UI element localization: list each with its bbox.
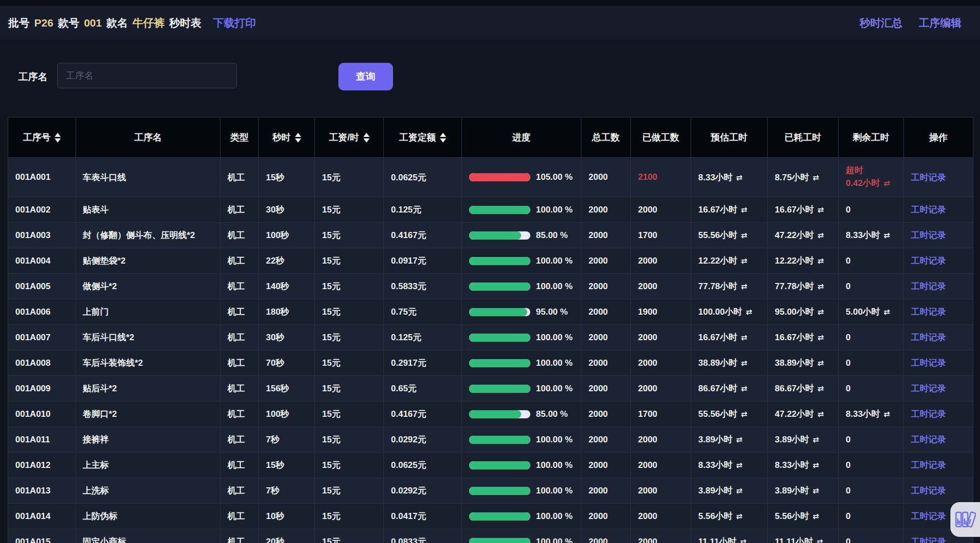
column-label: 秒时 [273,131,291,144]
cell-est: 86.67小时⇄ [691,376,768,402]
exchange-icon[interactable]: ⇄ [736,486,743,495]
cell-done: 2000 [631,274,691,299]
exchange-icon[interactable]: ⇄ [740,537,747,543]
exchange-icon[interactable]: ⇄ [818,282,824,291]
work-record-link[interactable]: 工时记录 [911,435,946,444]
exchange-icon[interactable]: ⇄ [736,461,743,470]
exchange-icon[interactable]: ⇄ [736,512,743,521]
work-record-link[interactable]: 工时记录 [911,358,946,368]
exchange-icon[interactable]: ⇄ [884,308,890,317]
cell-seconds: 70秒 [259,350,315,376]
cell-remain: 0 [839,350,904,376]
exchange-icon[interactable]: ⇄ [884,178,890,189]
progress-bar [469,359,530,367]
work-record-link[interactable]: 工时记录 [911,307,946,317]
exchange-icon[interactable]: ⇄ [818,410,824,419]
work-record-link[interactable]: 工时记录 [911,333,946,342]
work-record-link[interactable]: 工时记录 [911,281,946,291]
cell-used: 95.00小时⇄ [768,299,839,325]
process-name-input[interactable] [57,63,237,88]
table-row: 001A013上洗标机工7秒15元0.0292元100.00 %20002000… [8,478,973,504]
exchange-icon[interactable]: ⇄ [818,256,824,266]
cell-name: 上主标 [76,453,220,478]
exchange-icon[interactable]: ⇄ [741,359,748,368]
cell-remain: 0 [839,274,904,299]
batch-label: 批号 [8,16,30,30]
cell-quota: 0.75元 [384,299,462,325]
exchange-icon[interactable]: ⇄ [818,384,824,393]
exchange-icon[interactable]: ⇄ [813,512,819,521]
exchange-icon[interactable]: ⇄ [741,231,748,240]
work-record-link[interactable]: 工时记录 [911,230,946,240]
cell-est: 8.33小时⇄ [691,158,768,197]
work-record-link[interactable]: 工时记录 [911,511,946,521]
exchange-icon[interactable]: ⇄ [741,256,748,266]
cell-wage: 15元 [315,376,384,402]
column-header-id[interactable]: 工序号 [8,117,76,158]
cell-est: 100.00小时⇄ [691,299,768,325]
column-header-seconds[interactable]: 秒时 [259,117,315,158]
cell-remain: 8.33小时⇄ [839,402,904,427]
sort-arrows-icon[interactable] [295,133,301,143]
exchange-icon[interactable]: ⇄ [741,205,748,215]
cell-name: 接裤袢 [76,427,220,453]
work-record-link[interactable]: 工时记录 [911,409,946,419]
sort-arrows-icon[interactable] [440,133,446,143]
exchange-icon[interactable]: ⇄ [746,308,752,317]
cell-total: 2000 [581,274,631,299]
cell-remain: 超时0.42小时⇄ [839,158,904,197]
progress-percent: 100.00 % [536,205,573,215]
exchange-icon[interactable]: ⇄ [736,173,743,182]
column-label: 剩余工时 [853,131,890,144]
exchange-icon[interactable]: ⇄ [813,486,819,495]
cell-type: 机工 [220,158,259,197]
exchange-icon[interactable]: ⇄ [736,435,743,444]
exchange-icon[interactable]: ⇄ [818,308,824,317]
sort-arrows-icon[interactable] [55,133,61,143]
exchange-icon[interactable]: ⇄ [884,231,890,240]
cell-used: 16.67小时⇄ [768,325,839,350]
exchange-icon[interactable]: ⇄ [818,333,824,342]
cell-type: 机工 [220,453,259,478]
work-record-link[interactable]: 工时记录 [911,173,946,182]
exchange-icon[interactable]: ⇄ [818,231,824,240]
download-print-link[interactable]: 下载打印 [213,16,256,30]
exchange-icon[interactable]: ⇄ [813,435,819,444]
column-header-name: 工序名 [76,117,220,158]
work-record-link[interactable]: 工时记录 [911,384,946,393]
work-record-link[interactable]: 工时记录 [911,537,946,543]
cell-total: 2000 [581,223,631,248]
work-record-link[interactable]: 工时记录 [911,256,946,266]
process-edit-link[interactable]: 工序编辑 [919,16,962,30]
cell-progress: 100.00 % [462,248,581,274]
cell-name: 车表斗口线 [76,158,220,197]
cell-type: 机工 [220,274,259,299]
exchange-icon[interactable]: ⇄ [741,384,748,393]
docs-float-button[interactable] [950,502,980,537]
exchange-icon[interactable]: ⇄ [813,173,819,182]
exchange-icon[interactable]: ⇄ [817,537,823,543]
table-row: 001A003封（修翻）侧斗布、压明线*2机工100秒15元0.4167元85.… [8,223,973,248]
cell-seconds: 15秒 [259,453,315,478]
cell-action: 工时记录 [904,248,973,274]
work-record-link[interactable]: 工时记录 [911,486,946,495]
sort-arrows-icon[interactable] [363,133,370,143]
exchange-icon[interactable]: ⇄ [818,205,824,215]
exchange-icon[interactable]: ⇄ [741,282,748,291]
work-record-link[interactable]: 工时记录 [911,205,946,215]
cell-remain: 8.33小时⇄ [839,223,904,248]
query-button[interactable]: 查询 [338,63,393,90]
column-header-quota[interactable]: 工资定额 [384,117,462,158]
exchange-icon[interactable]: ⇄ [741,333,748,342]
exchange-icon[interactable]: ⇄ [818,359,824,368]
seconds-summary-link[interactable]: 秒时汇总 [860,16,902,30]
column-header-wage[interactable]: 工资/时 [315,117,384,158]
work-record-link[interactable]: 工时记录 [911,460,946,470]
exchange-icon[interactable]: ⇄ [741,410,748,419]
exchange-icon[interactable]: ⇄ [813,461,819,470]
cell-name: 车后斗装饰线*2 [76,350,220,376]
column-header-progress: 进度 [462,117,581,158]
cell-wage: 15元 [315,402,384,427]
exchange-icon[interactable]: ⇄ [884,410,890,419]
process-table: 工序号工序名类型秒时工资/时工资定额进度总工数已做工数预估工时已耗工时剩余工时操… [8,117,973,543]
